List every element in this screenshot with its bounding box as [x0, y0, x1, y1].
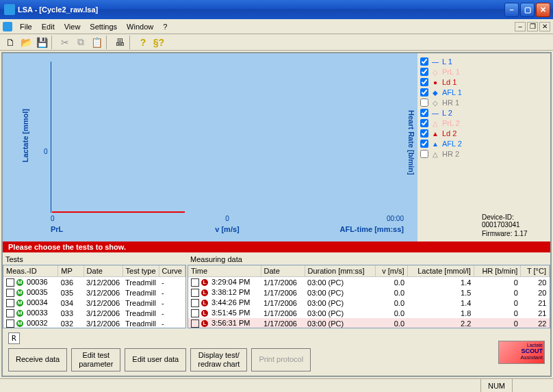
display-redraw-button[interactable]: Display test/redraw chart: [190, 348, 247, 371]
minimize-button[interactable]: –: [504, 3, 519, 17]
table-row[interactable]: L 3:38:12 PM 1/17/200603:00 (PC)0.01.502…: [188, 287, 550, 298]
legend-symbol-icon: ◆: [430, 89, 440, 96]
col-curve[interactable]: Curve: [159, 265, 185, 277]
close-button[interactable]: ✕: [536, 3, 550, 17]
firmware: Firmware: 1.17: [482, 230, 548, 237]
mdi-close-button[interactable]: ✕: [539, 22, 550, 31]
lactate-scout-logo-icon: Lactate SCOUT Assistant: [498, 341, 545, 364]
legend-checkbox[interactable]: [420, 57, 428, 66]
chart-zone: Lactate [mmol] 0 Heart Rate [b/min] 0 0 …: [3, 53, 550, 241]
about-icon[interactable]: §?: [151, 36, 166, 49]
legend-checkbox[interactable]: [420, 129, 428, 138]
app-icon: [4, 4, 15, 15]
status-dot-icon: M: [16, 300, 23, 306]
legend-checkbox[interactable]: [420, 150, 428, 158]
window-title: LSA - [Cycle2_raw.lsa]: [18, 5, 504, 14]
legend-label: L 1: [442, 57, 452, 66]
row-checkbox[interactable]: [191, 319, 199, 328]
print-protocol-button[interactable]: Print protocol: [251, 348, 311, 371]
legend-item[interactable]: ◆ AFL 1: [420, 88, 476, 96]
measuring-title: Measuring data: [188, 254, 550, 265]
table-row[interactable]: M 00036 0363/12/2006Treadmill-: [3, 277, 185, 288]
row-checkbox[interactable]: [6, 289, 14, 297]
maximize-button[interactable]: ▢: [520, 3, 535, 17]
mcol-duration[interactable]: Duration [mm:ss]: [305, 265, 376, 277]
save-icon[interactable]: 💾: [34, 36, 49, 49]
legend-item[interactable]: — L 2: [420, 109, 476, 117]
mcol-v[interactable]: v [m/s]: [376, 265, 408, 277]
mcol-hr[interactable]: HR [b/min]: [474, 265, 520, 277]
row-checkbox[interactable]: [6, 299, 14, 307]
new-icon[interactable]: 🗋: [3, 36, 18, 49]
legend-item[interactable]: ▲ AFL 2: [420, 140, 476, 148]
row-checkbox[interactable]: [6, 319, 14, 328]
table-row[interactable]: L 3:29:04 PM 1/17/200603:00 (PC)0.01.402…: [188, 277, 550, 288]
row-checkbox[interactable]: [191, 309, 199, 317]
tests-grid[interactable]: Meas.-ID MP Date Test type Curve M 00036…: [3, 265, 186, 328]
menu-help[interactable]: ?: [158, 21, 172, 32]
menubar: File Edit View Settings Window ? – ❐ ✕: [0, 19, 553, 34]
row-checkbox[interactable]: [6, 278, 14, 287]
col-meas-id[interactable]: Meas.-ID: [3, 265, 58, 277]
print-icon[interactable]: 🖶: [112, 36, 127, 49]
legend-item[interactable]: ◇ HR 1: [420, 99, 476, 107]
chart-red-segment-icon: [52, 211, 185, 213]
mdi-restore-button[interactable]: ❐: [527, 22, 538, 31]
legend-item[interactable]: ◇ PrL 1: [420, 68, 476, 76]
row-checkbox[interactable]: [191, 289, 199, 297]
legend-item[interactable]: △ PrL 2: [420, 119, 476, 127]
row-checkbox[interactable]: [191, 299, 199, 307]
legend-item[interactable]: ● Ld 1: [420, 78, 476, 86]
mcol-lactate[interactable]: Lactate [mmol/l]: [407, 265, 474, 277]
legend-checkbox[interactable]: [420, 88, 428, 96]
chart-plot-area[interactable]: [51, 62, 404, 213]
legend-checkbox[interactable]: [420, 140, 428, 148]
receive-data-button[interactable]: Receive data: [8, 348, 67, 371]
row-checkbox[interactable]: [191, 278, 199, 287]
cut-icon[interactable]: ✂: [57, 36, 73, 49]
legend-label: AFL 2: [442, 140, 462, 148]
measuring-grid[interactable]: Time Date Duration [mm:ss] v [m/s] Lacta…: [188, 265, 550, 328]
legend-item[interactable]: — L 1: [420, 57, 476, 66]
table-row[interactable]: M 00034 0343/12/2006Treadmill-: [3, 298, 185, 308]
legend-checkbox[interactable]: [420, 78, 428, 86]
edit-user-data-button[interactable]: Edit user data: [125, 348, 186, 371]
copy-icon[interactable]: ⧉: [73, 36, 88, 49]
table-row[interactable]: M 00035 0353/12/2006Treadmill-: [3, 287, 185, 298]
legend-checkbox[interactable]: [420, 68, 428, 76]
edit-test-parameter-button[interactable]: Edit testparameter: [71, 348, 120, 371]
legend-item[interactable]: ▲ Ld 2: [420, 129, 476, 138]
bottom-bar: R Receive data Edit testparameter Edit u…: [3, 328, 550, 376]
toolbar: 🗋 📂 💾 ✂ ⧉ 📋 🖶 ? §?: [0, 34, 553, 51]
menu-edit[interactable]: Edit: [37, 21, 60, 32]
paste-icon[interactable]: 📋: [89, 36, 104, 49]
col-date[interactable]: Date: [83, 265, 123, 277]
table-row[interactable]: L 3:51:45 PM 1/17/200603:00 (PC)0.01.802…: [188, 308, 550, 318]
menu-view[interactable]: View: [60, 21, 86, 32]
legend-checkbox[interactable]: [420, 99, 428, 107]
titlebar: LSA - [Cycle2_raw.lsa] – ▢ ✕: [0, 0, 553, 19]
menu-window[interactable]: Window: [122, 21, 158, 32]
mcol-date[interactable]: Date: [261, 265, 305, 277]
legend-label: PrL 2: [442, 119, 460, 127]
open-icon[interactable]: 📂: [18, 36, 34, 49]
col-test-type[interactable]: Test type: [123, 265, 159, 277]
table-row[interactable]: M 00033 0333/12/2006Treadmill-: [3, 308, 185, 318]
menu-file[interactable]: File: [15, 21, 37, 32]
warning-banner: Please choose the tests to show.: [3, 241, 550, 252]
status-bar: NUM: [0, 378, 553, 392]
mcol-t[interactable]: T [°C]: [521, 265, 550, 277]
table-row[interactable]: L 3:56:31 PM 1/17/200603:00 (PC)0.02.202…: [188, 318, 550, 328]
legend-checkbox[interactable]: [420, 119, 428, 127]
menu-settings[interactable]: Settings: [85, 21, 122, 32]
legend-checkbox[interactable]: [420, 109, 428, 117]
legend-item[interactable]: △ HR 2: [420, 150, 476, 158]
row-checkbox[interactable]: [6, 309, 14, 317]
mcol-time[interactable]: Time: [188, 265, 261, 277]
table-row[interactable]: L 3:44:26 PM 1/17/200603:00 (PC)0.01.402…: [188, 298, 550, 308]
help-icon[interactable]: ?: [136, 36, 151, 49]
mdi-minimize-button[interactable]: –: [515, 22, 526, 31]
client-area: Lactate [mmol] 0 Heart Rate [b/min] 0 0 …: [1, 52, 552, 377]
col-mp[interactable]: MP: [58, 265, 83, 277]
table-row[interactable]: M 00032 0323/12/2006Treadmill-: [3, 318, 185, 328]
